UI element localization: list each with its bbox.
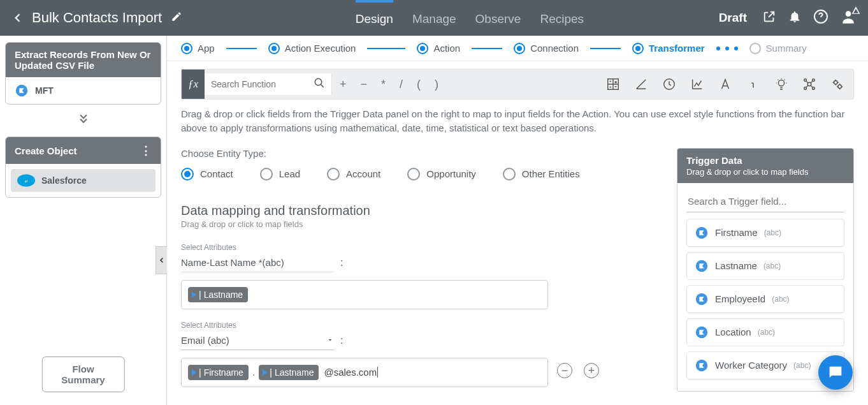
open-external-button[interactable] [762, 10, 776, 26]
node-menu-button[interactable]: ⋮ [140, 144, 152, 158]
user-menu-button[interactable] [840, 8, 857, 27]
attribute-select-email[interactable]: Email (abc) [181, 332, 334, 350]
edit-title-button[interactable] [171, 11, 182, 25]
op-minus[interactable]: − [361, 78, 368, 91]
function-search-input[interactable] [205, 75, 300, 93]
attribute-label: Select Attributes [181, 321, 664, 330]
function-search[interactable] [205, 73, 332, 95]
trigger-field-location[interactable]: Location(abc) [686, 318, 844, 346]
gears-icon[interactable] [830, 77, 844, 91]
entity-type-label: Choose Entity Type: [181, 148, 664, 159]
chevron-left-icon [158, 256, 166, 265]
flow-summary-button[interactable]: Flow Summary [41, 357, 125, 392]
attribute-select-lastname[interactable]: Name-Last Name *(abc) [181, 254, 334, 272]
tab-recipes[interactable]: Recipes [540, 0, 584, 36]
help-icon [813, 9, 828, 24]
op-divide[interactable]: / [400, 78, 403, 91]
flow-connector-icon [5, 112, 161, 129]
step-separator-dots [716, 47, 738, 50]
svg-point-11 [813, 79, 815, 82]
radio-other[interactable]: Other Entities [503, 168, 580, 180]
step-summary[interactable]: Summary [749, 43, 807, 54]
arrow-left-icon [11, 11, 24, 24]
top-icon-group [762, 8, 857, 27]
mapping-section-title: Data mapping and transformation [181, 203, 664, 218]
trigger-data-panel: Trigger Data Drag & drop or click to map… [677, 148, 854, 392]
step-transformer[interactable]: Transformer [632, 43, 705, 54]
entity-type-radios: Contact Lead Account Opportunity Other E… [181, 168, 664, 180]
op-paren-close[interactable]: ) [435, 78, 438, 91]
trigger-field-employeeid[interactable]: EmployeeId(abc) [686, 285, 844, 313]
mft-app-icon [695, 325, 709, 339]
step-connection[interactable]: Connection [514, 43, 579, 54]
tab-observe[interactable]: Observe [475, 0, 521, 36]
nav-tabs: Design Manage Observe Recipes [317, 0, 584, 36]
chip-lastname[interactable]: |Lastname [188, 287, 248, 302]
mft-app-icon [695, 358, 709, 372]
mft-app-icon [15, 84, 29, 98]
external-link-icon [762, 10, 776, 24]
op-plus[interactable]: + [340, 78, 347, 91]
svg-point-10 [804, 79, 807, 82]
status-badge: Draft [719, 11, 747, 25]
radio-lead[interactable]: Lead [260, 168, 300, 180]
main-panel: App Action Execution Action Connection T… [166, 36, 868, 405]
chevron-double-down-icon [77, 112, 90, 125]
svg-point-8 [778, 80, 784, 86]
flow-node-action[interactable]: Create Object ⋮ sf Salesforce [5, 136, 161, 198]
op-multiply[interactable]: * [381, 78, 386, 91]
idea-icon[interactable] [774, 77, 788, 91]
chat-button[interactable] [818, 355, 853, 390]
notifications-button[interactable] [788, 10, 802, 26]
info-icon[interactable] [746, 77, 760, 91]
svg-text:sf: sf [25, 179, 28, 183]
radio-contact[interactable]: Contact [181, 168, 233, 180]
flow-node-trigger[interactable]: Extract Records From New Or Updated CSV … [5, 42, 161, 105]
function-toolbar: ƒx + − * / ( ) [181, 69, 854, 99]
clock-icon[interactable] [662, 77, 676, 91]
mapping-input-lastname[interactable]: |Lastname [181, 280, 548, 309]
salesforce-app-icon: sf [17, 174, 35, 187]
step-action-execution[interactable]: Action Execution [268, 43, 356, 54]
back-arrow[interactable] [8, 8, 28, 28]
mapping-suffix: @sales.com [324, 367, 378, 378]
flow-node-action-title: Create Object [15, 145, 77, 156]
chip-firstname[interactable]: |Firstname [188, 365, 249, 380]
chart-icon[interactable] [690, 77, 704, 91]
trigger-search-input[interactable] [686, 192, 844, 212]
angle-icon[interactable] [634, 77, 648, 91]
remove-row-button[interactable]: − [557, 363, 572, 378]
radio-opportunity[interactable]: Opportunity [407, 168, 476, 180]
search-icon [314, 77, 325, 91]
chip-lastname-2[interactable]: |Lastname [259, 365, 319, 380]
pencil-icon [171, 11, 182, 22]
fx-label: ƒx [182, 70, 205, 99]
text-icon[interactable] [718, 77, 732, 91]
page-title: Bulk Contacts Import [32, 10, 162, 26]
row-controls: − + [557, 363, 599, 378]
collapse-sidebar-button[interactable] [156, 246, 167, 274]
add-row-button[interactable]: + [584, 363, 599, 378]
math-icon[interactable] [606, 77, 620, 91]
svg-point-13 [813, 87, 815, 90]
sidebar: Extract Records From New Or Updated CSV … [0, 36, 166, 405]
mft-app-icon [695, 292, 709, 306]
help-text: Drag & drop or click fields from the Tri… [181, 107, 854, 135]
mapping-section-subtitle: Drag & drop or click to map fields [181, 219, 664, 229]
trigger-field-lastname[interactable]: Lastname(abc) [686, 252, 844, 280]
flow-node-trigger-app: MFT [35, 85, 54, 96]
chat-icon [827, 364, 844, 381]
trigger-field-firstname[interactable]: Firstname(abc) [686, 219, 844, 247]
tab-design[interactable]: Design [356, 0, 393, 36]
radio-account[interactable]: Account [327, 168, 380, 180]
tab-manage[interactable]: Manage [412, 0, 456, 36]
help-button[interactable] [813, 9, 828, 27]
svg-point-15 [838, 85, 842, 89]
chevron-down-icon [326, 336, 334, 344]
mapping-input-email[interactable]: |Firstname . |Lastname @sales.com [181, 358, 548, 387]
network-icon[interactable] [802, 77, 816, 91]
op-paren-open[interactable]: ( [417, 78, 421, 91]
step-app[interactable]: App [181, 43, 215, 54]
tool-icon-group [606, 77, 844, 91]
step-action[interactable]: Action [417, 43, 460, 54]
